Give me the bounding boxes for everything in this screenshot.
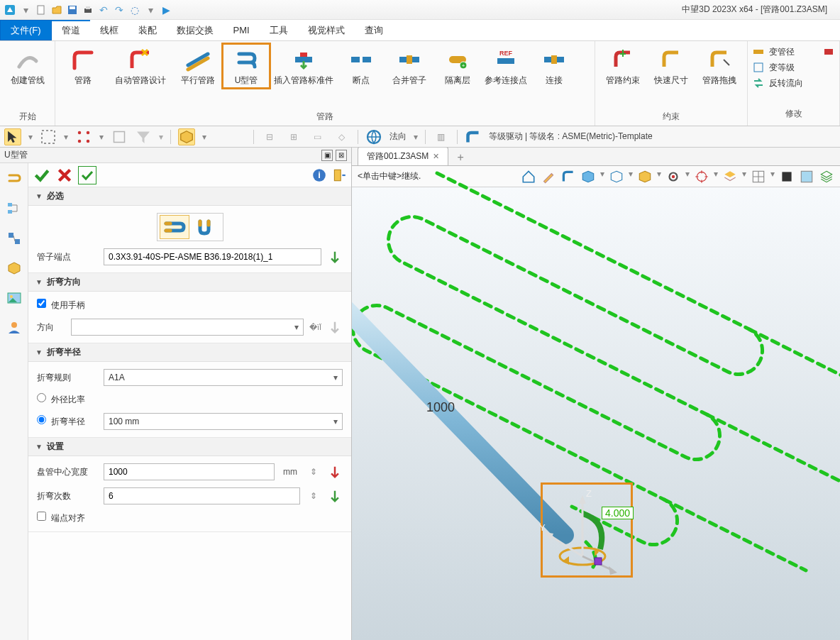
qb-select-all[interactable] (40, 128, 57, 145)
ribbon-route-constraint[interactable]: 管路约束 (599, 44, 646, 88)
ribbon-quick-dim[interactable]: 快速尺寸 (648, 44, 695, 88)
align-checkbox[interactable]: 端点对齐 (37, 512, 85, 524)
bend-count-stepper-icon[interactable]: ⇕ (306, 488, 321, 504)
menu-file[interactable]: 文件(F) (0, 20, 52, 40)
radius-dropdown[interactable]: 100 mm (104, 413, 343, 430)
play-icon[interactable]: ▶ (160, 4, 172, 16)
menu-tab-pipe[interactable]: 管道 (52, 20, 90, 40)
cancel-button[interactable] (55, 166, 74, 184)
ribbon-connect[interactable]: 连接 (531, 44, 578, 88)
info-icon[interactable]: i (311, 167, 327, 183)
ribbon-route-drag[interactable]: 管路拖拽 (696, 44, 743, 88)
ribbon-u-tube[interactable]: U型管 (223, 44, 270, 88)
redo-icon[interactable]: ↷ (114, 4, 125, 16)
qb-normal-dd[interactable]: ▾ (414, 132, 418, 142)
ribbon-ref-connect[interactable]: REF 参考连接点 (482, 44, 529, 88)
menu-tab-pmi[interactable]: PMI (223, 20, 260, 40)
ribbon-change-class[interactable]: 变等级 (752, 61, 835, 74)
ribbon-merge-tube[interactable]: 合并管子 (386, 44, 433, 88)
qb-globe[interactable] (365, 128, 382, 145)
section-bend-dir-head[interactable]: 折弯方向 (28, 273, 351, 292)
qb-snap[interactable] (111, 128, 128, 145)
open-icon[interactable] (51, 4, 62, 16)
axis-manipulator[interactable]: Z Y (529, 478, 643, 592)
svg-line-50 (549, 535, 582, 556)
bend-count-field[interactable] (104, 487, 300, 504)
ribbon-break[interactable]: 断点 (338, 44, 385, 88)
svg-point-25 (87, 131, 90, 134)
section-bend-radius-head[interactable]: 折弯半径 (28, 343, 351, 362)
qb-cursor[interactable] (4, 128, 21, 145)
save-icon[interactable] (67, 4, 78, 16)
qb-m1[interactable]: ▥ (433, 128, 450, 145)
ribbon-auto-design[interactable]: 自动管路设计 (108, 44, 173, 88)
qb-box-gold[interactable] (178, 128, 195, 145)
strip-assembly-icon[interactable] (6, 230, 23, 247)
expand-icon[interactable] (331, 167, 347, 183)
strip-tree-icon[interactable] (6, 200, 23, 217)
ribbon-create-pipeline[interactable]: 创建管线 (4, 44, 50, 88)
qb-dim1[interactable]: ⊟ (261, 128, 278, 145)
bend-rule-dropdown[interactable]: A1A (104, 369, 343, 386)
ribbon-isolate[interactable]: + 隔离层 (434, 44, 481, 88)
new-icon[interactable] (35, 4, 47, 16)
section-required-head[interactable]: 必选 (28, 187, 351, 206)
print-icon[interactable] (82, 4, 94, 16)
target-icon[interactable]: ◌ (129, 4, 140, 16)
bend-count-label: 折弯次数 (37, 490, 98, 502)
qb-dim4[interactable]: ◇ (333, 128, 350, 145)
direction-dropdown[interactable] (71, 319, 304, 336)
section-settings-head[interactable]: 设置 (28, 438, 351, 456)
qb-filter[interactable] (135, 128, 152, 145)
use-handle-checkbox[interactable]: 使用手柄 (37, 299, 85, 311)
qb-dim3[interactable]: ▭ (309, 128, 326, 145)
menu-tab-exchange[interactable]: 数据交换 (167, 20, 223, 40)
ribbon-parallel[interactable]: 平行管路 (175, 44, 221, 88)
menu-tab-query[interactable]: 查询 (355, 20, 393, 40)
section-bend-radius: 折弯半径 折弯规则 A1A 外径比率 折弯半径 100 mm (28, 343, 351, 438)
coil-width-pick-icon[interactable] (327, 464, 343, 480)
undo-icon[interactable]: ↶ (98, 4, 109, 16)
ribbon-flip-flow[interactable]: 反转流向 (752, 77, 835, 89)
apply-button[interactable] (78, 166, 96, 184)
panel-close-icon[interactable]: ⊠ (336, 150, 347, 161)
ribbon-change-diameter[interactable]: 变管径 (752, 45, 835, 58)
qb-grid-dd[interactable]: ▾ (99, 132, 104, 142)
qb-box-dd[interactable]: ▾ (202, 132, 206, 142)
strip-user-icon[interactable] (6, 319, 23, 336)
u-option-vertical[interactable] (191, 215, 221, 239)
panel-restore-icon[interactable]: ▣ (321, 150, 333, 161)
qb-filter-dd[interactable]: ▾ (159, 132, 163, 142)
qb-cursor-dd[interactable]: ▾ (28, 132, 33, 142)
qb-dim2[interactable]: ⊞ (285, 128, 302, 145)
ratio-radio[interactable]: 外径比率 (37, 393, 85, 406)
dropdown2-icon[interactable]: ▾ (145, 4, 156, 16)
qb-pipe-icon[interactable] (465, 128, 482, 145)
endpoint-field[interactable] (104, 248, 321, 265)
change-diameter-secondary-icon[interactable] (822, 45, 835, 58)
bend-count-pick-icon[interactable] (327, 488, 343, 504)
qb-driver-text: 等级驱动 | 等级名 : ASME(Metric)-Template (489, 131, 653, 143)
ok-button[interactable] (33, 166, 51, 184)
menu-tabs: 文件(F) 管道 线框 装配 数据交换 PMI 工具 视觉样式 查询 (0, 20, 840, 41)
radius-radio[interactable]: 折弯半径 (37, 415, 98, 428)
strip-u-icon[interactable] (6, 170, 23, 187)
endpoint-pick-icon[interactable] (327, 249, 343, 265)
coil-width-unit: mm (280, 467, 300, 477)
coil-width-field[interactable] (104, 463, 275, 480)
direction-pick-icon[interactable] (327, 319, 343, 335)
qb-grid[interactable] (75, 128, 92, 145)
strip-part-icon[interactable] (6, 260, 23, 277)
menu-tab-tools[interactable]: 工具 (260, 20, 298, 40)
viewport[interactable]: 1000 Z Y (352, 187, 840, 640)
menu-tab-wireframe[interactable]: 线框 (90, 20, 128, 40)
dropdown-icon[interactable]: ▾ (20, 4, 31, 16)
ribbon-insert-std[interactable]: 插入管路标准件 (271, 44, 336, 88)
ribbon-pipeline[interactable]: 管路 (60, 44, 106, 88)
menu-tab-visual[interactable]: 视觉样式 (298, 20, 355, 40)
coil-width-stepper-icon[interactable]: ⇕ (306, 464, 321, 480)
strip-image-icon[interactable] (6, 289, 23, 307)
qb-sa-dd[interactable]: ▾ (64, 132, 68, 142)
u-option-horizontal[interactable] (160, 215, 189, 239)
menu-tab-assembly[interactable]: 装配 (128, 20, 167, 40)
